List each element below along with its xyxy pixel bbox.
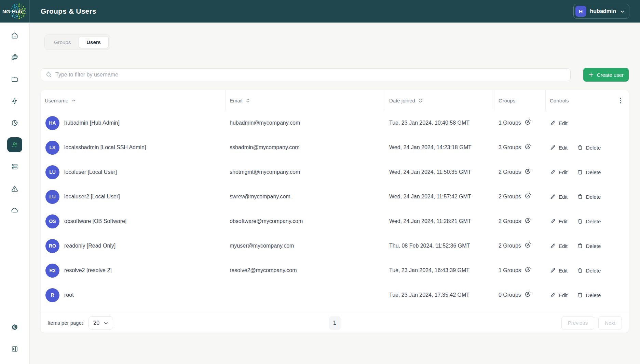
column-header-controls: Controls [546, 90, 629, 111]
sidebar-item-actions[interactable] [7, 94, 22, 109]
groups-gauge-icon[interactable] [524, 168, 531, 176]
pencil-icon [550, 267, 556, 274]
groups-gauge-icon[interactable] [524, 193, 531, 201]
groups-count-text: 2 Groups [499, 243, 521, 249]
username-filter [41, 68, 571, 81]
edit-button[interactable]: Edit [550, 194, 568, 200]
tab-group: Groups Users [44, 34, 110, 50]
edit-button[interactable]: Edit [550, 169, 568, 175]
edit-button[interactable]: Edit [550, 144, 568, 151]
sidebar-item-cloud[interactable] [7, 203, 22, 218]
email-text: swrev@mycompany.com [226, 194, 385, 200]
trash-icon [577, 194, 583, 200]
column-header-email[interactable]: Email [226, 90, 385, 111]
delete-button[interactable]: Delete [577, 218, 601, 224]
delete-button[interactable]: Delete [577, 292, 601, 298]
pencil-icon [550, 169, 556, 175]
date-joined-text: Tue, 23 Jan 2024, 16:43:39 GMT [385, 267, 494, 274]
email-text: resolve2@mycompany.com [226, 267, 385, 274]
column-header-date-joined[interactable]: Date joined [385, 90, 494, 111]
edit-button[interactable]: Edit [550, 267, 568, 274]
date-joined-text: Wed, 24 Jan 2024, 11:28:21 GMT [385, 218, 494, 224]
table-row: HA hubadmin [Hub Admin] hubadmin@mycompa… [41, 111, 629, 135]
gear-icon [11, 323, 19, 331]
avatar: LU [45, 190, 59, 204]
groups-gauge-icon[interactable] [524, 291, 531, 299]
search-input[interactable] [55, 72, 566, 78]
groups-gauge-icon[interactable] [524, 217, 531, 225]
date-joined-text: Wed, 24 Jan 2024, 11:50:35 GMT [385, 169, 494, 175]
create-user-button[interactable]: Create user [583, 68, 629, 82]
pencil-icon [550, 243, 556, 249]
trash-icon [577, 267, 583, 274]
groups-count-text: 0 Groups [499, 292, 521, 298]
avatar: R2 [45, 264, 59, 278]
groups-count-text: 2 Groups [499, 169, 521, 175]
plus-icon [588, 72, 594, 78]
sort-both-icon [418, 98, 423, 103]
page-number-button[interactable]: 1 [329, 316, 341, 330]
username-text: readonly [Read Only] [64, 243, 115, 249]
user-menu-username: hubadmin [590, 8, 616, 14]
avatar: OS [45, 214, 59, 228]
pencil-icon [550, 120, 556, 126]
date-joined-text: Thu, 08 Feb 2024, 11:52:36 GMT [385, 243, 494, 249]
user-menu[interactable]: H hubadmin [573, 4, 629, 19]
trash-icon [577, 144, 583, 151]
pencil-icon [550, 194, 556, 200]
sidebar-item-users[interactable] [7, 137, 22, 152]
groups-count-text: 2 Groups [499, 218, 521, 224]
email-text: hubadmin@mycompany.com [226, 120, 385, 126]
sidebar-nav [0, 23, 30, 364]
username-text: localuser [Local User] [64, 169, 117, 175]
table-options-kebab-icon[interactable] [618, 96, 624, 106]
column-header-username[interactable]: Username [41, 90, 226, 111]
edit-button[interactable]: Edit [550, 218, 568, 224]
date-joined-text: Wed, 24 Jan 2024, 11:57:42 GMT [385, 194, 494, 200]
main-content: Groups Users Create user Username Email … [30, 23, 640, 364]
pencil-icon [550, 292, 556, 298]
email-text: shotmgmt@mycompany.com [226, 169, 385, 175]
delete-button[interactable]: Delete [577, 144, 601, 151]
date-joined-text: Tue, 23 Jan 2024, 17:35:42 GMT [385, 292, 494, 298]
items-per-page-select[interactable]: 20 [88, 316, 113, 330]
groups-gauge-icon[interactable] [524, 266, 531, 275]
groups-gauge-icon[interactable] [524, 143, 531, 152]
sidebar-item-folders[interactable] [7, 72, 22, 87]
sidebar-item-settings[interactable] [7, 320, 22, 335]
delete-button[interactable]: Delete [577, 267, 601, 274]
groups-count-text: 1 Groups [499, 267, 521, 274]
app-logo: NG-HubTM [0, 0, 30, 23]
avatar: LU [45, 165, 59, 179]
sidebar-item-history[interactable] [7, 115, 22, 130]
table-header-row: Username Email Date joined Groups Contro… [41, 90, 629, 111]
servers-icon [11, 163, 19, 171]
delete-button[interactable]: Delete [577, 194, 601, 200]
groups-count-text: 2 Groups [499, 194, 521, 200]
username-text: root [64, 292, 74, 298]
date-joined-text: Wed, 24 Jan 2024, 14:23:18 GMT [385, 144, 494, 151]
sidebar-item-alerts[interactable] [7, 181, 22, 196]
sidebar-item-servers[interactable] [7, 159, 22, 174]
globe-search-icon [11, 53, 19, 61]
edit-button[interactable]: Edit [550, 292, 568, 298]
home-icon [11, 31, 19, 40]
toolbar: Create user [41, 68, 629, 82]
tab-users[interactable]: Users [79, 36, 109, 48]
sidebar-item-collapse-panel[interactable] [7, 341, 22, 356]
sidebar-item-discovery[interactable] [7, 50, 22, 65]
users-table: Username Email Date joined Groups Contro… [41, 90, 629, 333]
next-page-button[interactable]: Next [598, 316, 622, 330]
groups-gauge-icon[interactable] [524, 119, 531, 127]
edit-button[interactable]: Edit [550, 120, 568, 126]
email-text: obsoftware@mycompany.com [226, 218, 385, 224]
delete-button[interactable]: Delete [577, 169, 601, 175]
edit-button[interactable]: Edit [550, 243, 568, 249]
previous-page-button[interactable]: Previous [561, 316, 594, 330]
sidebar-item-home[interactable] [7, 28, 22, 43]
groups-gauge-icon[interactable] [524, 242, 531, 250]
delete-button[interactable]: Delete [577, 243, 601, 249]
username-text: localsshadmin [Local SSH Admin] [64, 144, 146, 151]
tab-groups[interactable]: Groups [46, 36, 79, 48]
collapse-panel-icon [11, 345, 19, 353]
